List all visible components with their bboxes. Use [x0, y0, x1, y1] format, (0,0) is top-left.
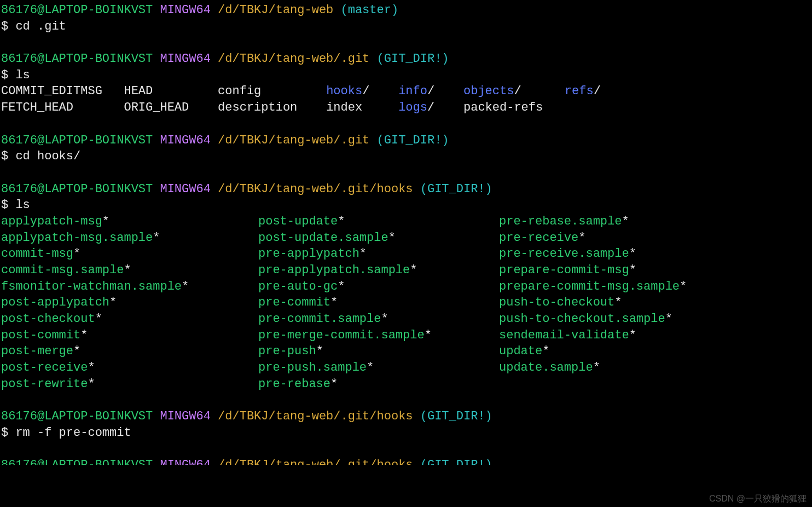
file-entry: COMMIT_EDITMSG: [1, 84, 102, 98]
executable-entry: pre-rebase.sample: [499, 215, 622, 228]
executable-entry: applypatch-msg.sample: [1, 231, 153, 245]
prompt-path: /d/TBKJ/tang-web/.git/hooks: [218, 182, 413, 196]
file-entry: FETCH_HEAD: [1, 101, 73, 114]
executable-entry: post-applypatch: [1, 296, 109, 309]
prompt-line: 86176@LAPTOP-BOINKVST MINGW64 /d/TBKJ/ta…: [1, 408, 812, 425]
command-text: rm -f pre-commit: [15, 426, 131, 440]
executable-entry: pre-applypatch.sample: [258, 263, 410, 277]
file-entry: ORIG_HEAD: [124, 101, 189, 114]
file-entry: description: [218, 101, 297, 114]
executable-entry: pre-push.sample: [258, 361, 367, 375]
prompt-char: $: [1, 149, 15, 163]
executable-entry: commit-msg.sample: [1, 263, 124, 277]
prompt-user: 86176@LAPTOP-BOINKVST: [1, 52, 153, 66]
executable-entry: post-receive: [1, 361, 88, 375]
executable-entry: post-checkout: [1, 312, 95, 326]
directory-entry: refs: [565, 84, 594, 98]
executable-entry: post-update: [258, 215, 338, 228]
prompt-line: 86176@LAPTOP-BOINKVST MINGW64 /d/TBKJ/ta…: [1, 132, 812, 149]
prompt-host: MINGW64: [160, 3, 210, 17]
executable-entry: applypatch-msg: [1, 215, 102, 228]
command-text: cd hooks/: [15, 149, 80, 163]
prompt-char: $: [1, 20, 15, 33]
prompt-path: /d/TBKJ/tang-web/.git/hooks: [218, 458, 413, 465]
executable-entry: pre-auto-gc: [258, 280, 338, 293]
executable-entry: post-rewrite: [1, 377, 88, 391]
prompt-char: $: [1, 426, 15, 440]
command-text: cd .git: [15, 20, 66, 33]
prompt-user: 86176@LAPTOP-BOINKVST: [1, 458, 153, 465]
executable-entry: update.sample: [499, 361, 593, 375]
ls-output-row: FETCH_HEAD ORIG_HEAD description index l…: [1, 100, 812, 116]
prompt-branch: (GIT_DIR!): [420, 458, 492, 465]
executable-entry: push-to-checkout.sample: [499, 312, 665, 326]
executable-entry: post-update.sample: [258, 231, 388, 245]
executable-entry: commit-msg: [1, 247, 73, 261]
executable-entry: prepare-commit-msg.sample: [499, 280, 680, 293]
command-line: $ ls: [1, 197, 812, 214]
prompt-path: /d/TBKJ/tang-web/.git: [218, 52, 369, 66]
prompt-host: MINGW64: [160, 182, 210, 196]
prompt-line: 86176@LAPTOP-BOINKVST MINGW64 /d/TBKJ/ta…: [1, 2, 812, 19]
prompt-path: /d/TBKJ/tang-web: [218, 3, 333, 17]
prompt-branch: (GIT_DIR!): [377, 134, 449, 147]
executable-entry: prepare-commit-msg: [499, 263, 629, 277]
prompt-user: 86176@LAPTOP-BOINKVST: [1, 182, 153, 196]
file-entry: HEAD: [124, 84, 153, 98]
terminal-output[interactable]: 86176@LAPTOP-BOINKVST MINGW64 /d/TBKJ/ta…: [1, 2, 812, 465]
prompt-char: $: [1, 198, 15, 212]
prompt-branch: (GIT_DIR!): [377, 52, 449, 66]
watermark-text: CSDN @一只狡猾的狐狸: [709, 493, 807, 505]
executable-entry: pre-commit: [258, 296, 330, 309]
command-line: $ rm -f pre-commit: [1, 425, 812, 441]
directory-entry: objects: [463, 84, 514, 98]
prompt-path: /d/TBKJ/tang-web/.git: [218, 134, 369, 147]
executable-entry: sendemail-validate: [499, 329, 629, 342]
prompt-branch: (master): [341, 3, 399, 17]
directory-entry: hooks: [326, 84, 362, 98]
prompt-path: /d/TBKJ/tang-web/.git/hooks: [218, 410, 413, 423]
executable-entry: push-to-checkout: [499, 296, 614, 309]
executable-entry: post-commit: [1, 329, 80, 342]
executable-entry: pre-applypatch: [258, 247, 359, 261]
command-text: ls: [15, 68, 30, 82]
file-entry: config: [218, 84, 261, 98]
prompt-branch: (GIT_DIR!): [420, 182, 492, 196]
prompt-line-partial: 86176@LAPTOP-BOINKVST MINGW64 /d/TBKJ/ta…: [1, 457, 812, 465]
prompt-branch: (GIT_DIR!): [420, 410, 492, 423]
executable-entry: pre-push: [258, 344, 316, 358]
prompt-line: 86176@LAPTOP-BOINKVST MINGW64 /d/TBKJ/ta…: [1, 51, 812, 67]
ls-output-row: COMMIT_EDITMSG HEAD config hooks/ info/ …: [1, 83, 812, 100]
prompt-char: $: [1, 68, 15, 82]
prompt-user: 86176@LAPTOP-BOINKVST: [1, 410, 153, 423]
directory-entry: logs: [398, 101, 427, 114]
executable-entry: pre-rebase: [258, 377, 330, 391]
command-line: $ ls: [1, 67, 812, 84]
file-entry: packed-refs: [463, 101, 543, 114]
ls-hooks-output: applypatch-msg*applypatch-msg.sample*com…: [1, 214, 812, 393]
prompt-host: MINGW64: [160, 134, 210, 147]
directory-entry: info: [398, 84, 427, 98]
executable-entry: update: [499, 344, 542, 358]
file-entry: index: [326, 101, 362, 114]
prompt-line: 86176@LAPTOP-BOINKVST MINGW64 /d/TBKJ/ta…: [1, 181, 812, 198]
executable-entry: pre-merge-commit.sample: [258, 329, 425, 342]
prompt-host: MINGW64: [160, 458, 210, 465]
prompt-user: 86176@LAPTOP-BOINKVST: [1, 3, 153, 17]
command-line: $ cd hooks/: [1, 148, 812, 165]
prompt-host: MINGW64: [160, 410, 210, 423]
executable-entry: fsmonitor-watchman.sample: [1, 280, 182, 293]
command-text: ls: [15, 198, 30, 212]
executable-entry: pre-receive: [499, 231, 578, 245]
executable-entry: pre-receive.sample: [499, 247, 629, 261]
executable-entry: post-merge: [1, 344, 73, 358]
executable-entry: pre-commit.sample: [258, 312, 381, 326]
command-line: $ cd .git: [1, 19, 812, 35]
prompt-host: MINGW64: [160, 52, 210, 66]
prompt-user: 86176@LAPTOP-BOINKVST: [1, 134, 153, 147]
